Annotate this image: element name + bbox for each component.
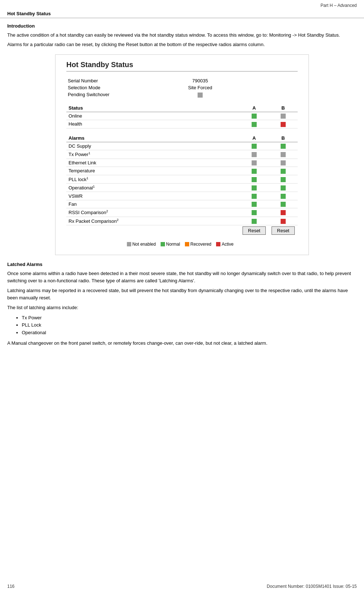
- info-label-selection: Selection Mode: [66, 84, 139, 91]
- alarms-header-a: A: [240, 134, 269, 142]
- reset-button-b[interactable]: Reset: [272, 226, 295, 235]
- info-value-serial: 790035: [139, 77, 261, 84]
- alarm-label-fan: Fan: [66, 200, 240, 208]
- status-header-label: Status: [66, 104, 240, 112]
- status-label-online: Online: [66, 112, 240, 120]
- online-a-indicator: [252, 114, 257, 119]
- hsb-divider: [66, 71, 298, 71]
- ethernet-b-indicator: [281, 160, 286, 165]
- alarm-label-pll: PLL lock1: [66, 175, 240, 183]
- info-row-serial: Serial Number 790035: [66, 77, 298, 84]
- info-label-serial: Serial Number: [66, 77, 139, 84]
- latched-para3: The list of latching alarms include:: [7, 304, 357, 311]
- status-header-row: Status A B: [66, 104, 298, 112]
- alarm-label-temperature: Temperature: [66, 167, 240, 175]
- latched-bullets: Tx Power PLL Lock Operational: [22, 314, 357, 337]
- alarms-header-row: Alarms A B: [66, 134, 298, 142]
- info-value-pending: [139, 91, 261, 98]
- alarm-row-temperature: Temperature: [66, 167, 298, 175]
- alarm-row-ethernet: Ethernet Link: [66, 159, 298, 167]
- latched-para2: Latching alarms may be reported in a rec…: [7, 287, 357, 301]
- legend-red-box: [216, 242, 220, 246]
- doc-info: Document Number: 0100SM1401 Issue: 05-15: [267, 584, 357, 589]
- alarm-row-fan: Fan: [66, 200, 298, 208]
- rssi-b-indicator: [281, 210, 286, 215]
- legend-green-box: [161, 242, 165, 246]
- status-label-health: Health: [66, 120, 240, 128]
- info-table: Serial Number 790035 Selection Mode Site…: [66, 77, 298, 98]
- intro-heading: Introduction: [7, 23, 357, 29]
- content-area: Introduction The active condition of a h…: [0, 23, 364, 347]
- status-ind-health-a: [240, 120, 269, 128]
- legend-orange-box: [185, 242, 189, 246]
- ethernet-a-indicator: [252, 160, 257, 165]
- status-header-a: A: [240, 104, 269, 112]
- info-label-pending: Pending Switchover: [66, 91, 139, 98]
- info-value-selection: Site Forced: [139, 84, 261, 91]
- status-row-online: Online: [66, 112, 298, 120]
- alarm-label-txpower: Tx Power1: [66, 150, 240, 159]
- alarm-label-rssi: RSSI Comparison2: [66, 208, 240, 217]
- alarm-row-rssi: RSSI Comparison2: [66, 208, 298, 217]
- status-ind-online-b: [269, 112, 298, 120]
- alarm-row-rxpacket: Rx Packet Comparison2: [66, 217, 298, 225]
- status-table: Status A B Online Health: [66, 104, 298, 128]
- alarm-label-rxpacket: Rx Packet Comparison2: [66, 217, 240, 225]
- section-title: Hot Standby Status: [0, 9, 364, 18]
- alarms-header-label: Alarms: [66, 134, 240, 142]
- alarm-row-txpower: Tx Power1: [66, 150, 298, 159]
- operational-b-indicator: [281, 185, 286, 191]
- legend-gray-box: [127, 242, 131, 246]
- status-header-b: B: [269, 104, 298, 112]
- rxpacket-b-indicator: [281, 219, 286, 224]
- bullet-pll: PLL Lock: [22, 321, 357, 329]
- legend-row: Not enabled Normal Recovered Active: [66, 242, 298, 247]
- hsb-box-title: Hot Standby Status: [66, 61, 298, 69]
- legend-active: Active: [216, 242, 233, 247]
- alarm-row-operational: Operational1: [66, 184, 298, 192]
- dc-b-indicator: [281, 144, 286, 149]
- latched-heading: Latched Alarms: [7, 262, 357, 267]
- alarm-label-vswr: VSWR: [66, 192, 240, 200]
- page-number: 116: [7, 584, 15, 589]
- online-b-indicator: [281, 114, 286, 119]
- txpower-b-indicator: [281, 152, 286, 157]
- status-ind-health-b: [269, 120, 298, 128]
- fan-b-indicator: [281, 202, 286, 207]
- alarm-row-pll: PLL lock1: [66, 175, 298, 183]
- rssi-a-indicator: [252, 210, 257, 215]
- pending-indicator: [198, 93, 203, 98]
- bullet-operational: Operational: [22, 329, 357, 337]
- alarm-label-dc: DC Supply: [66, 142, 240, 150]
- alarm-label-operational: Operational1: [66, 184, 240, 192]
- alarms-header-b: B: [269, 134, 298, 142]
- legend-not-enabled: Not enabled: [127, 242, 156, 247]
- page-footer: 116 Document Number: 0100SM1401 Issue: 0…: [7, 584, 357, 589]
- pll-b-indicator: [281, 177, 286, 182]
- health-b-indicator: [281, 122, 286, 127]
- alarm-label-ethernet: Ethernet Link: [66, 159, 240, 167]
- operational-a-indicator: [252, 185, 257, 191]
- legend-normal: Normal: [161, 242, 180, 247]
- txpower-a-indicator: [252, 152, 257, 157]
- intro-para1: The active condition of a hot standby ca…: [7, 32, 357, 39]
- info-row-pending: Pending Switchover: [66, 91, 298, 98]
- temp-b-indicator: [281, 169, 286, 174]
- pll-a-indicator: [252, 177, 257, 182]
- status-row-health: Health: [66, 120, 298, 128]
- latched-para4: A Manual changeover on the front panel s…: [7, 340, 357, 347]
- vswr-b-indicator: [281, 194, 286, 199]
- reset-row: Reset Reset: [66, 225, 298, 236]
- hsb-box: Hot Standby Status Serial Number 790035 …: [55, 54, 309, 255]
- reset-button-a[interactable]: Reset: [243, 226, 266, 235]
- fan-a-indicator: [252, 202, 257, 207]
- part-label: Part H – Advanced: [320, 3, 357, 8]
- page-header: Part H – Advanced: [0, 0, 364, 9]
- legend-recovered: Recovered: [185, 242, 211, 247]
- status-ind-online-a: [240, 112, 269, 120]
- alarms-table: Alarms A B DC Supply Tx Power1: [66, 134, 298, 236]
- bullet-txpower: Tx Power: [22, 314, 357, 322]
- alarm-row-vswr: VSWR: [66, 192, 298, 200]
- rxpacket-a-indicator: [252, 219, 257, 224]
- intro-para2: Alarms for a particular radio can be res…: [7, 41, 357, 48]
